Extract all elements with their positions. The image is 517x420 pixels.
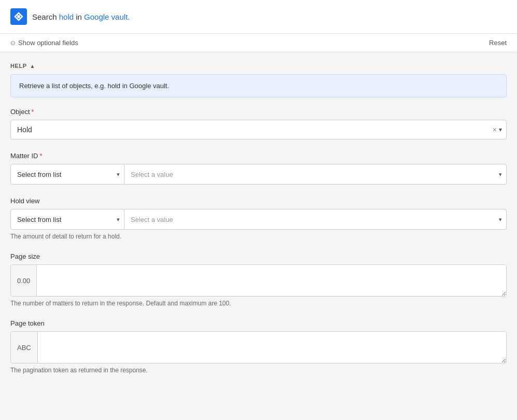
hold-view-label-text: Hold view xyxy=(10,197,39,205)
matter-id-select-list[interactable]: Select from list ▾ xyxy=(10,164,124,185)
matter-id-label-text: Matter ID xyxy=(10,152,38,160)
matter-id-list-label: Select from list xyxy=(17,171,114,178)
object-select-wrapper: Hold × ▾ xyxy=(10,120,507,139)
matter-id-row: Select from list ▾ Select a value ▾ xyxy=(10,164,507,185)
matter-id-list-chevron-icon: ▾ xyxy=(117,171,120,178)
optional-bar: ⊙ Show optional fields Reset xyxy=(0,34,517,52)
help-chevron-icon: ▲ xyxy=(30,63,35,69)
header: Search hold in Google vault. xyxy=(0,0,517,34)
matter-id-label: Matter ID * xyxy=(10,152,507,160)
page-size-label-text: Page size xyxy=(10,253,40,260)
page-token-input[interactable] xyxy=(38,332,506,363)
matter-id-value-placeholder: Select a value xyxy=(131,171,173,178)
main-content: HELP ▲ Retrieve a list of objects, e.g. … xyxy=(0,52,517,397)
hold-view-list-label: Select from list xyxy=(17,216,114,223)
page-size-row: 0.00 xyxy=(10,264,507,297)
page-token-prefix: ABC xyxy=(11,332,38,363)
hold-view-list-chevron-icon: ▾ xyxy=(117,216,120,223)
page-size-section: Page size 0.00 The number of matters to … xyxy=(10,253,507,307)
svg-point-1 xyxy=(17,15,20,18)
page-title: Search hold in Google vault. xyxy=(32,12,130,21)
help-label: HELP xyxy=(10,63,27,69)
page-size-hint: The number of matters to return in the r… xyxy=(10,300,507,307)
hold-view-section: Hold view Select from list ▾ Select a va… xyxy=(10,197,507,240)
page-size-label: Page size xyxy=(10,253,507,260)
page-token-label-text: Page token xyxy=(10,319,45,327)
object-label-text: Object xyxy=(10,108,30,116)
hold-view-select-value[interactable]: Select a value ▾ xyxy=(124,209,507,230)
object-section: Object * Hold × ▾ xyxy=(10,108,507,139)
circle-icon: ⊙ xyxy=(10,39,16,47)
page-token-section: Page token ABC The pagination token as r… xyxy=(10,319,507,374)
matter-id-required-star: * xyxy=(39,152,42,160)
object-select[interactable]: Hold xyxy=(11,120,506,139)
page-size-input[interactable] xyxy=(37,265,506,296)
reset-button[interactable]: Reset xyxy=(489,39,507,47)
hold-view-row: Select from list ▾ Select a value ▾ xyxy=(10,209,507,230)
matter-id-section: Matter ID * Select from list ▾ Select a … xyxy=(10,152,507,185)
hold-view-value-chevron-icon: ▾ xyxy=(499,216,502,223)
matter-id-select-value[interactable]: Select a value ▾ xyxy=(124,164,507,185)
object-label: Object * xyxy=(10,108,507,116)
page-token-hint: The pagination token as returned in the … xyxy=(10,367,507,374)
page-token-label: Page token xyxy=(10,319,507,327)
hold-view-hint: The amount of detail to return for a hol… xyxy=(10,233,507,240)
hold-view-label: Hold view xyxy=(10,197,507,205)
page-size-prefix: 0.00 xyxy=(11,265,37,296)
help-section: HELP ▲ Retrieve a list of objects, e.g. … xyxy=(10,63,507,97)
help-box: Retrieve a list of objects, e.g. hold in… xyxy=(10,74,507,97)
title-middle: in xyxy=(74,12,84,21)
matter-id-value-chevron-icon: ▾ xyxy=(499,171,502,178)
show-optional-label: Show optional fields xyxy=(18,39,78,47)
hold-link[interactable]: hold xyxy=(59,12,74,21)
object-required-star: * xyxy=(32,108,34,116)
vault-link[interactable]: Google vault. xyxy=(84,12,130,21)
show-optional-fields-link[interactable]: ⊙ Show optional fields xyxy=(10,39,78,47)
hold-view-select-list[interactable]: Select from list ▾ xyxy=(10,209,124,230)
title-prefix: Search xyxy=(32,12,59,21)
app-logo xyxy=(10,8,27,25)
page-token-row: ABC xyxy=(10,331,507,363)
help-description: Retrieve a list of objects, e.g. hold in… xyxy=(19,82,169,90)
object-clear-icon[interactable]: × xyxy=(493,125,497,134)
help-header[interactable]: HELP ▲ xyxy=(10,63,507,69)
hold-view-value-placeholder: Select a value xyxy=(131,216,173,223)
